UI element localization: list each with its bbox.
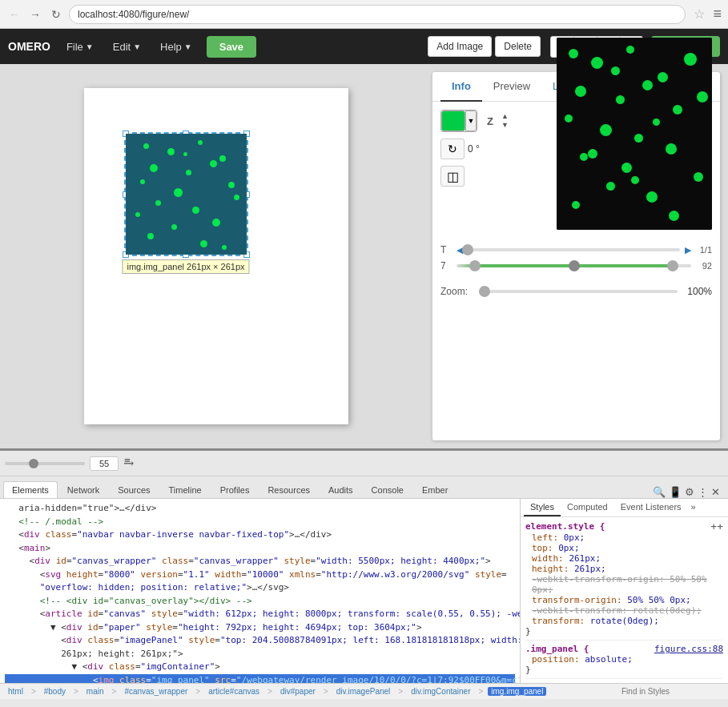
zoom-slider-thumb[interactable] bbox=[479, 286, 490, 297]
breadcrumb-img-img-panel[interactable]: img.img_panel bbox=[488, 687, 546, 696]
z-up-arrow[interactable]: ▲ bbox=[501, 112, 509, 121]
forward-button[interactable]: → bbox=[27, 6, 43, 22]
rotate-button[interactable]: ↻ bbox=[440, 139, 465, 159]
code-line[interactable]: <svg height="8000" version="1.1" width="… bbox=[5, 568, 515, 582]
zoom-value: 100% bbox=[684, 286, 712, 297]
image-preview bbox=[557, 38, 712, 230]
code-line[interactable]: <!-- <div id="canvas_overlay"></div> --> bbox=[5, 595, 515, 609]
back-button[interactable]: ← bbox=[6, 6, 22, 22]
channel-row: ▼ Z ▲ ▼ bbox=[440, 110, 509, 132]
breadcrumb-article-canvas[interactable]: article#canvas bbox=[205, 687, 263, 696]
code-line[interactable]: <!-- /.modal --> bbox=[5, 516, 515, 529]
url-text: localhost:4080/figure/new/ bbox=[78, 9, 189, 20]
breadcrumb-html[interactable]: html bbox=[5, 687, 26, 696]
devtools-bottom-bar: html > #body > main > #canvas_wrapper > … bbox=[0, 683, 728, 699]
file-menu[interactable]: File ▼ bbox=[58, 36, 102, 58]
tab-preview[interactable]: Preview bbox=[482, 72, 541, 102]
bookmark-icon[interactable]: ☆ bbox=[694, 6, 705, 22]
styles-source-figure[interactable]: figure.css:88 bbox=[654, 644, 723, 654]
devtools-search-icon[interactable]: 🔍 bbox=[653, 486, 666, 498]
devtools-panel: 55 ⥱ Elements Network Sources Timeline P… bbox=[0, 448, 728, 699]
right-panel: Info Preview Labels ▼ Z ▲ ▼ bbox=[432, 72, 720, 440]
devtools-zoom-slider[interactable] bbox=[5, 462, 85, 465]
devtools-tab-profiles[interactable]: Profiles bbox=[211, 481, 259, 498]
t-slider-section: T ◀ ▶ 1/1 7 92 bbox=[432, 238, 720, 283]
breadcrumb-canvas-wrapper[interactable]: #canvas_wrapper bbox=[121, 687, 191, 696]
image-panel-wrapper[interactable]: img.img_panel 261px × 261px bbox=[124, 132, 248, 256]
max-slider-thumb[interactable] bbox=[667, 260, 678, 271]
t-right-arrow[interactable]: ▶ bbox=[685, 245, 691, 255]
style-rule: transform-origin: 50% 50% 0px; bbox=[525, 595, 723, 605]
breadcrumb-div-imgcontainer[interactable]: div.imgContainer bbox=[408, 687, 473, 696]
code-line[interactable]: <div id="canvas_wrapper" class="canvas_w… bbox=[5, 555, 515, 568]
min-slider-thumb[interactable] bbox=[469, 260, 481, 271]
breadcrumb-body[interactable]: #body bbox=[41, 687, 69, 696]
delete-button[interactable]: Delete bbox=[495, 36, 541, 57]
code-line[interactable]: <div class="navbar navbar-inverse navbar… bbox=[5, 528, 515, 542]
style-rule: left: 0px; bbox=[525, 532, 723, 543]
devtools-device-icon[interactable]: 📱 bbox=[669, 486, 682, 498]
zoom-row: Zoom: 100% bbox=[432, 283, 720, 300]
devtools-tab-sources[interactable]: Sources bbox=[109, 481, 159, 498]
code-line[interactable]: 261px; height: 261px;"> bbox=[5, 648, 515, 661]
devtools-tab-resources[interactable]: Resources bbox=[259, 481, 319, 498]
code-line[interactable]: "overflow: hidden; position: relative;">… bbox=[5, 581, 515, 595]
style-rule: height: 261px; bbox=[525, 564, 723, 574]
breadcrumb-div-imagepanel[interactable]: div.imagePanel bbox=[333, 687, 394, 696]
devtools-zoom-value[interactable]: 55 bbox=[90, 456, 119, 471]
devtools-tab-elements[interactable]: Elements bbox=[3, 481, 58, 498]
minmax-slider-row: 7 92 bbox=[440, 260, 712, 271]
breadcrumb-div-paper[interactable]: div#paper bbox=[277, 687, 319, 696]
image-panel-border bbox=[124, 132, 248, 256]
devtools-tab-ember[interactable]: Ember bbox=[413, 481, 457, 498]
style-rule: width: 261px; bbox=[525, 553, 723, 564]
styles-tab-styles[interactable]: Styles bbox=[524, 499, 561, 516]
devtools-expand-button[interactable]: ⥱ bbox=[120, 454, 137, 472]
find-styles-input[interactable] bbox=[621, 687, 723, 696]
code-line[interactable]: <main> bbox=[5, 542, 515, 556]
url-bar[interactable]: localhost:4080/figure/new/ bbox=[69, 5, 686, 24]
tab-info[interactable]: Info bbox=[440, 72, 482, 102]
breadcrumb-main[interactable]: main bbox=[83, 687, 107, 696]
refresh-button[interactable]: ↻ bbox=[48, 6, 64, 22]
add-image-button[interactable]: Add Image bbox=[428, 36, 492, 57]
styles-new-rule[interactable]: + bbox=[710, 520, 717, 532]
browser-menu-icon[interactable]: ≡ bbox=[713, 6, 722, 22]
app-brand: OMERO bbox=[8, 40, 50, 53]
code-line[interactable]: aria-hidden="true">…</div> bbox=[5, 502, 515, 516]
code-line[interactable]: <div class="imagePanel" style="top: 204.… bbox=[5, 634, 515, 648]
devtools-tab-timeline[interactable]: Timeline bbox=[160, 481, 211, 498]
zoom-slider-track[interactable] bbox=[479, 290, 678, 293]
minmax-slider-track[interactable] bbox=[457, 264, 691, 267]
style-rule: -webkit-transform: rotate(0deg); bbox=[525, 605, 723, 616]
mid-slider-thumb[interactable] bbox=[569, 260, 580, 271]
code-line[interactable]: ▼ <div id="paper" style="height: 792px; … bbox=[5, 621, 515, 635]
code-line[interactable]: <article id="canvas" style="width: 612px… bbox=[5, 608, 515, 621]
styles-tab-computed[interactable]: Computed bbox=[561, 499, 614, 516]
devtools-tab-network[interactable]: Network bbox=[58, 481, 108, 498]
code-line-highlighted[interactable]: <img class="img_panel" src="/webgateway/… bbox=[5, 674, 515, 684]
t-slider-track[interactable] bbox=[468, 248, 680, 251]
edit-menu[interactable]: Edit ▼ bbox=[105, 36, 149, 58]
layers-button[interactable]: ◫ bbox=[440, 166, 465, 187]
main-content: img.img_panel 261px × 261px Info Preview… bbox=[0, 64, 728, 448]
z-down-arrow[interactable]: ▼ bbox=[501, 121, 509, 130]
edit-dropdown-arrow: ▼ bbox=[133, 42, 141, 51]
t-slider-thumb[interactable] bbox=[462, 244, 473, 255]
code-line[interactable]: ▼ <div class="imgContainer"> bbox=[5, 661, 515, 674]
devtools-overflow-icon[interactable]: ⋮ bbox=[698, 486, 708, 498]
styles-add-property[interactable]: + bbox=[717, 520, 723, 532]
browser-bar: ← → ↻ localhost:4080/figure/new/ ☆ ≡ bbox=[0, 0, 728, 29]
help-menu[interactable]: Help ▼ bbox=[152, 36, 200, 58]
styles-more[interactable]: » bbox=[688, 499, 699, 516]
channel-swatch[interactable] bbox=[441, 110, 465, 131]
help-dropdown-arrow: ▼ bbox=[184, 42, 192, 51]
devtools-zoom-thumb[interactable] bbox=[29, 459, 38, 468]
devtools-close-icon[interactable]: ✕ bbox=[711, 486, 720, 498]
channel-dropdown[interactable]: ▼ bbox=[465, 110, 477, 131]
styles-tab-event-listeners[interactable]: Event Listeners bbox=[614, 499, 688, 516]
save-button[interactable]: Save bbox=[207, 36, 256, 58]
devtools-settings-icon[interactable]: ⚙ bbox=[685, 486, 694, 498]
devtools-tab-audits[interactable]: Audits bbox=[320, 481, 362, 498]
devtools-tab-console[interactable]: Console bbox=[363, 481, 412, 498]
